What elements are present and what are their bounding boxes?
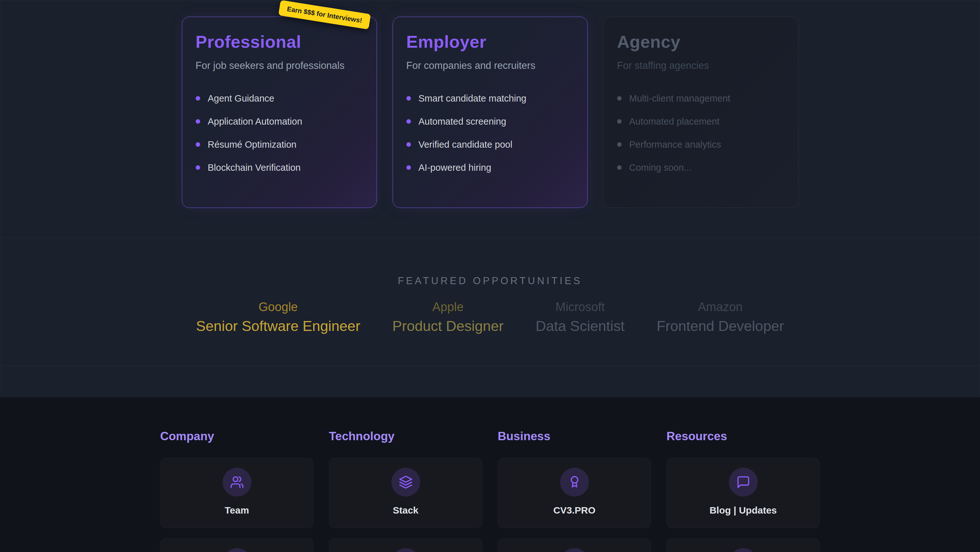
featured-job-google[interactable]: Google Senior Software Engineer bbox=[196, 300, 360, 335]
footer-link-card-partial[interactable] bbox=[160, 538, 313, 552]
job-company: Google bbox=[196, 300, 360, 314]
footer-link-card-partial[interactable] bbox=[667, 538, 820, 552]
footer-link-cv3pro[interactable]: CV3.PRO bbox=[498, 458, 651, 528]
job-title: Frontend Developer bbox=[657, 318, 784, 335]
bullet-icon bbox=[196, 96, 200, 101]
persona-card-agency: Agency For staffing agencies Multi-clien… bbox=[603, 17, 799, 208]
feature-list: Multi-client management Automated placem… bbox=[617, 87, 784, 179]
icon-badge bbox=[729, 548, 758, 552]
award-icon bbox=[568, 475, 582, 489]
feature-item: Multi-client management bbox=[617, 87, 784, 110]
footer-link-team[interactable]: Team bbox=[160, 458, 313, 528]
icon-badge bbox=[391, 468, 420, 496]
section-spacer bbox=[0, 366, 980, 397]
card-subtitle: For staffing agencies bbox=[617, 60, 784, 72]
feature-label: Smart candidate matching bbox=[418, 93, 527, 104]
featured-heading: FEATURED OPPORTUNITIES bbox=[0, 275, 980, 287]
feature-item: Blockchain Verification bbox=[196, 156, 363, 179]
feature-label: Coming soon... bbox=[629, 163, 692, 173]
footer-heading: Business bbox=[498, 430, 651, 443]
layers-icon bbox=[399, 475, 413, 489]
footer-link-stack[interactable]: Stack bbox=[329, 458, 482, 528]
job-company: Amazon bbox=[657, 300, 784, 314]
footer-column-company: Company Team bbox=[160, 430, 313, 552]
feature-label: Résumé Optimization bbox=[208, 139, 297, 150]
bullet-icon bbox=[196, 119, 200, 124]
featured-job-microsoft[interactable]: Microsoft Data Scientist bbox=[536, 300, 625, 335]
feature-label: Multi-client management bbox=[629, 93, 730, 104]
persona-card-employer[interactable]: Employer For companies and recruiters Sm… bbox=[393, 17, 588, 208]
card-subtitle: For companies and recruiters bbox=[406, 60, 574, 72]
job-title: Product Designer bbox=[392, 318, 504, 335]
icon-badge bbox=[391, 548, 420, 552]
feature-item: Automated placement bbox=[617, 110, 784, 133]
job-title: Data Scientist bbox=[536, 318, 625, 335]
icon-badge bbox=[729, 468, 758, 496]
bullet-icon bbox=[406, 119, 411, 124]
feature-item: Smart candidate matching bbox=[406, 87, 574, 110]
feature-label: Automated screening bbox=[418, 116, 506, 127]
feature-item: Verified candidate pool bbox=[406, 133, 574, 156]
card-title: Professional bbox=[196, 32, 363, 51]
job-company: Apple bbox=[392, 300, 504, 314]
bullet-icon bbox=[196, 142, 200, 147]
feature-label: AI-powered hiring bbox=[418, 163, 491, 173]
bullet-icon bbox=[617, 119, 622, 124]
featured-job-apple[interactable]: Apple Product Designer bbox=[392, 300, 504, 335]
card-subtitle: For job seekers and professionals bbox=[196, 60, 363, 72]
footer-link-blog[interactable]: Blog | Updates bbox=[667, 458, 820, 528]
upper-sections: Earn $$$ for Interviews! Professional Fo… bbox=[0, 0, 980, 397]
message-icon bbox=[736, 475, 750, 489]
feature-item: Application Automation bbox=[196, 110, 363, 133]
users-icon bbox=[230, 475, 244, 489]
footer-link-card-partial[interactable] bbox=[329, 538, 482, 552]
bullet-icon bbox=[406, 165, 411, 170]
persona-section: Earn $$$ for Interviews! Professional Fo… bbox=[0, 0, 980, 238]
bullet-icon bbox=[617, 96, 622, 101]
card-title: Agency bbox=[617, 32, 784, 51]
bullet-icon bbox=[196, 165, 200, 170]
card-title: Employer bbox=[406, 32, 574, 51]
bullet-icon bbox=[406, 142, 411, 147]
persona-card-professional[interactable]: Earn $$$ for Interviews! Professional Fo… bbox=[182, 17, 377, 208]
feature-item: AI-powered hiring bbox=[406, 156, 574, 179]
feature-label: Application Automation bbox=[208, 116, 302, 127]
footer-link-label: Stack bbox=[393, 505, 418, 516]
feature-item: Automated screening bbox=[406, 110, 574, 133]
footer-heading: Technology bbox=[329, 430, 482, 443]
icon-badge bbox=[223, 548, 251, 552]
job-company: Microsoft bbox=[536, 300, 625, 314]
landing-page: Earn $$$ for Interviews! Professional Fo… bbox=[0, 0, 980, 552]
feature-label: Automated placement bbox=[629, 116, 720, 127]
footer-heading: Company bbox=[160, 430, 313, 443]
icon-badge bbox=[560, 468, 589, 496]
footer-column-resources: Resources Blog | Updates bbox=[667, 430, 820, 552]
earn-for-interviews-ribbon: Earn $$$ for Interviews! bbox=[278, 0, 371, 29]
footer-link-label: Blog | Updates bbox=[710, 505, 776, 516]
feature-label: Blockchain Verification bbox=[208, 163, 301, 173]
feature-label: Performance analytics bbox=[629, 139, 721, 150]
feature-item: Coming soon... bbox=[617, 156, 784, 179]
bullet-icon bbox=[406, 96, 411, 101]
footer-grid: Company Team bbox=[160, 430, 820, 552]
icon-badge bbox=[223, 468, 251, 496]
footer-heading: Resources bbox=[667, 430, 820, 443]
feature-label: Verified candidate pool bbox=[418, 139, 512, 150]
featured-job-amazon[interactable]: Amazon Frontend Developer bbox=[657, 300, 784, 335]
footer-column-technology: Technology Stack bbox=[329, 430, 482, 552]
feature-list: Smart candidate matching Automated scree… bbox=[406, 87, 574, 179]
persona-cards-row: Earn $$$ for Interviews! Professional Fo… bbox=[0, 17, 980, 208]
feature-label: Agent Guidance bbox=[208, 93, 274, 104]
feature-item: Résumé Optimization bbox=[196, 133, 363, 156]
job-title: Senior Software Engineer bbox=[196, 318, 360, 335]
featured-opportunities-section: FEATURED OPPORTUNITIES Google Senior Sof… bbox=[0, 238, 980, 366]
feature-item: Performance analytics bbox=[617, 133, 784, 156]
bullet-icon bbox=[617, 165, 622, 170]
footer: Company Team bbox=[0, 397, 980, 552]
bullet-icon bbox=[617, 142, 622, 147]
footer-link-label: CV3.PRO bbox=[554, 505, 596, 516]
feature-list: Agent Guidance Application Automation Ré… bbox=[196, 87, 363, 179]
footer-column-business: Business CV3.PRO bbox=[498, 430, 651, 552]
footer-link-card-partial[interactable] bbox=[498, 538, 651, 552]
featured-jobs-row: Google Senior Software Engineer Apple Pr… bbox=[0, 300, 980, 335]
